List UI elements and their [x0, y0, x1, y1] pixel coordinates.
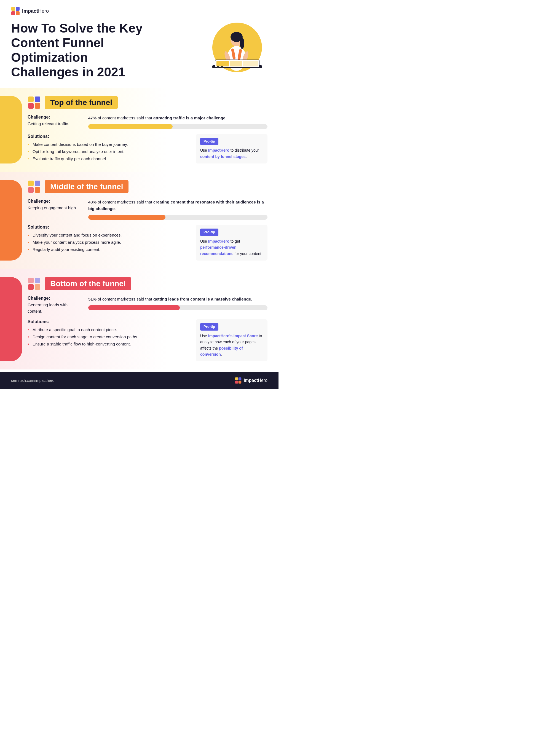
middle-protip-link1[interactable]: ImpactHero	[208, 239, 229, 243]
logo-icon	[11, 7, 20, 16]
bottom-challenge-label: Challenge:	[28, 296, 83, 301]
logo-text: ImpactHero	[22, 8, 49, 14]
svg-rect-29	[35, 278, 40, 283]
svg-rect-28	[28, 278, 34, 283]
middle-progress-bar	[88, 215, 267, 220]
top-challenge-text: Getting relevant traffic.	[28, 121, 83, 127]
middle-protip-link2[interactable]: performance-driven recommendations	[200, 245, 236, 255]
top-solutions-label: Solutions:	[28, 134, 187, 139]
top-funnel-section: Top of the funnel Challenge: Getting rel…	[0, 88, 278, 172]
middle-challenge-label: Challenge:	[28, 199, 83, 204]
list-item: Regularly audit your existing content.	[28, 246, 187, 253]
top-protip-box: Pro-tip Use ImpactHero to distribute you…	[196, 134, 267, 164]
middle-section-header: Middle of the funnel	[28, 180, 267, 193]
bottom-challenge-row: Challenge: Generating leads with content…	[28, 296, 267, 314]
footer-logo: ImpactHero	[235, 377, 267, 384]
top-protip-text: Use ImpactHero to distribute your conten…	[200, 148, 259, 158]
top-solutions-row: Solutions: Make content decisions based …	[28, 134, 267, 164]
svg-rect-34	[235, 381, 238, 384]
bottom-protip-label: Pro-tip	[200, 323, 218, 331]
list-item: Diversify your content and focus on expe…	[28, 232, 187, 239]
svg-rect-33	[238, 377, 241, 381]
bottom-protip-link1[interactable]: ImpactHero's Impact Score	[208, 334, 258, 338]
list-item: Attribute a specific goal to each conten…	[28, 327, 187, 333]
top-protip-label: Pro-tip	[200, 138, 218, 145]
middle-challenge-text: Keeping engagement high.	[28, 205, 83, 211]
list-item: Opt for long-tail keywords and analyze u…	[28, 148, 187, 155]
svg-point-18	[217, 66, 219, 68]
middle-protip-text: Use ImpactHero to get performance-driven…	[200, 239, 263, 256]
top-stat-text: 47% of content marketers said that attra…	[88, 115, 267, 121]
svg-rect-17	[243, 61, 258, 66]
bottom-solutions-label: Solutions:	[28, 319, 187, 324]
svg-rect-23	[35, 103, 40, 109]
list-item: Make content decisions based on the buye…	[28, 141, 187, 148]
top-protip-link1[interactable]: ImpactHero	[208, 148, 229, 152]
svg-rect-3	[16, 11, 20, 15]
svg-rect-15	[216, 61, 229, 66]
top-solutions-list: Make content decisions based on the buye…	[28, 141, 187, 162]
top-progress-bar	[88, 124, 267, 129]
svg-rect-24	[28, 181, 34, 186]
bottom-funnel-section: Bottom of the funnel Challenge: Generati…	[0, 269, 278, 369]
middle-title-badge: Middle of the funnel	[45, 180, 128, 193]
svg-rect-22	[28, 103, 34, 109]
hero-title: How To Solve the Key Content Funnel Opti…	[11, 21, 154, 80]
middle-side-bar	[0, 180, 22, 261]
top-challenge-label: Challenge:	[28, 115, 83, 120]
bottom-title-badge: Bottom of the funnel	[45, 277, 131, 290]
svg-rect-35	[238, 381, 241, 384]
middle-progress-fill	[88, 215, 166, 220]
svg-point-19	[221, 66, 223, 68]
bottom-solutions-row: Solutions: Attribute a specific goal to …	[28, 319, 267, 361]
middle-stat-text: 43% of content marketers said that creat…	[88, 199, 267, 212]
logo: ImpactHero	[11, 7, 49, 16]
bottom-protip-link2[interactable]: possibility of conversion	[200, 346, 243, 357]
bottom-protip-text: Use ImpactHero's Impact Score to analyze…	[200, 334, 262, 357]
top-challenge-row: Challenge: Getting relevant traffic. 47%…	[28, 115, 267, 129]
svg-rect-27	[35, 187, 40, 193]
top-funnel-icon	[28, 96, 41, 109]
bottom-protip-box: Pro-tip Use ImpactHero's Impact Score to…	[196, 319, 267, 361]
list-item: Design content for each stage to create …	[28, 334, 187, 340]
bottom-funnel-icon	[28, 277, 41, 290]
middle-challenge-row: Challenge: Keeping engagement high. 43% …	[28, 199, 267, 220]
svg-rect-20	[28, 96, 34, 102]
middle-protip-box: Pro-tip Use ImpactHero to get performanc…	[196, 225, 267, 261]
svg-rect-0	[11, 7, 15, 11]
top-protip-link2[interactable]: content by funnel stages	[200, 154, 246, 159]
svg-rect-31	[35, 284, 40, 290]
svg-rect-21	[35, 96, 40, 102]
svg-point-10	[240, 38, 244, 49]
svg-rect-30	[28, 284, 34, 290]
bottom-stat-text: 51% of content marketers said that getti…	[88, 296, 267, 302]
top-title-badge: Top of the funnel	[45, 96, 118, 109]
list-item: Make your content analytics process more…	[28, 239, 187, 246]
middle-solutions-list: Diversify your content and focus on expe…	[28, 232, 187, 253]
middle-solutions-row: Solutions: Diversify your content and fo…	[28, 225, 267, 261]
bottom-challenge-text: Generating leads with content.	[28, 302, 83, 314]
top-content: Top of the funnel Challenge: Getting rel…	[22, 96, 267, 164]
svg-rect-25	[35, 181, 40, 186]
svg-rect-1	[16, 7, 20, 11]
hero-illustration	[190, 23, 267, 78]
list-item: Ensure a stable traffic flow to high-con…	[28, 341, 187, 347]
middle-solutions-label: Solutions:	[28, 225, 187, 230]
hero-section: How To Solve the Key Content Funnel Opti…	[0, 16, 278, 88]
footer-logo-text: ImpactHero	[244, 378, 267, 383]
middle-content: Middle of the funnel Challenge: Keeping …	[22, 180, 267, 261]
bottom-solutions-list: Attribute a specific goal to each conten…	[28, 327, 187, 347]
svg-rect-2	[11, 11, 15, 15]
svg-rect-16	[230, 61, 242, 66]
bottom-progress-fill	[88, 305, 180, 310]
page-footer: semrush.com/impacthero ImpactHero	[0, 372, 278, 389]
svg-rect-32	[235, 377, 238, 381]
footer-url: semrush.com/impacthero	[11, 378, 54, 383]
middle-funnel-section: Middle of the funnel Challenge: Keeping …	[0, 172, 278, 269]
bottom-section-header: Bottom of the funnel	[28, 277, 267, 290]
top-section-header: Top of the funnel	[28, 96, 267, 109]
top-side-bar	[0, 96, 22, 164]
middle-funnel-icon	[28, 180, 41, 193]
bottom-content: Bottom of the funnel Challenge: Generati…	[22, 277, 267, 361]
page-header: ImpactHero	[0, 0, 278, 16]
